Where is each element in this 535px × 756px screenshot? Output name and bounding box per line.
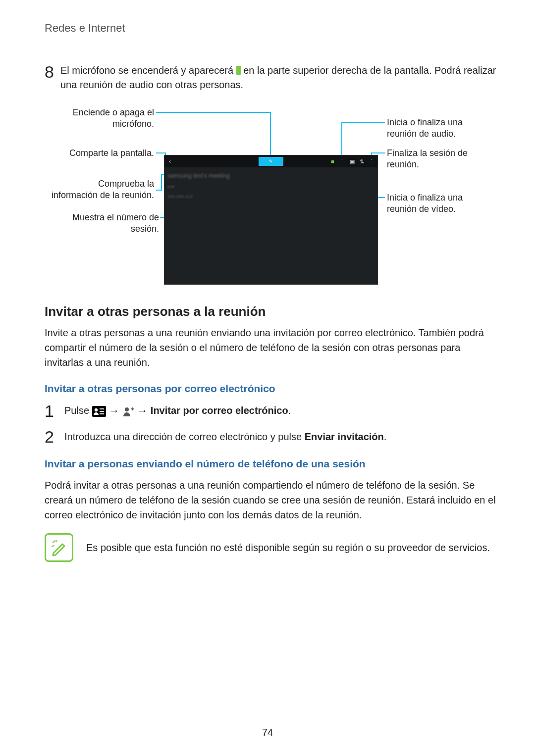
meeting-app-screenshot: ‹ ✎ ■ ⋮ ▣ ⇅ ⋮ samsung test's meeting tes… bbox=[164, 155, 378, 285]
email-step-1: 1 Pulse → → Invitar por correo electróni… bbox=[45, 403, 501, 419]
callout-diagram: Enciende o apaga el micrófono. Comparte … bbox=[50, 103, 496, 286]
meeting-session-blur: 200-295-219 bbox=[167, 194, 193, 199]
page-number: 74 bbox=[0, 727, 535, 738]
participants-icon: ▣ bbox=[350, 158, 355, 165]
page-header: Redes e Internet bbox=[45, 22, 501, 35]
note-row: Es posible que esta función no esté disp… bbox=[45, 533, 501, 562]
screenshot-toolbar: ‹ ✎ ■ ⋮ ▣ ⇅ ⋮ bbox=[164, 155, 377, 167]
callout-audio-toggle: Inicia o finaliza una reunión de audio. bbox=[387, 117, 491, 140]
note-text: Es posible que esta función no esté disp… bbox=[86, 540, 490, 555]
mic-indicator-icon bbox=[236, 66, 241, 75]
exit-icon: ⇅ bbox=[360, 158, 364, 165]
back-icon: ‹ bbox=[164, 158, 175, 165]
callout-meeting-info: Comprueba la información de la reunión. bbox=[50, 178, 154, 202]
step-2-number: 2 bbox=[45, 428, 57, 445]
step-1-text: Pulse → → Invitar por correo electrónico… bbox=[64, 404, 291, 417]
step-1-number: 1 bbox=[45, 403, 57, 419]
callout-video-toggle: Inicia o finaliza una reunión de vídeo. bbox=[387, 192, 491, 215]
mic-led-icon: ■ bbox=[331, 158, 334, 164]
center-action-icon: ✎ bbox=[259, 157, 283, 166]
callout-session-number: Muestra el número de sesión. bbox=[50, 212, 159, 235]
step-1-bold: Invitar por correo electrónico bbox=[151, 405, 288, 416]
arrow-1-icon: → bbox=[108, 404, 119, 417]
phone-invite-para: Podrá invitar a otras personas a una reu… bbox=[45, 478, 501, 522]
svg-rect-2 bbox=[100, 408, 104, 409]
meeting-host-blur: test bbox=[167, 184, 175, 189]
step-2-text: Introduzca una dirección de correo elect… bbox=[64, 431, 386, 443]
section-title: Invitar a otras personas a la reunión bbox=[45, 304, 501, 319]
step-8-text: El micrófono se encenderá y aparecerá en… bbox=[60, 63, 501, 92]
subhead-email-invite: Invitar a otras personas por correo elec… bbox=[45, 383, 501, 395]
section-intro: Invite a otras personas a una reunión en… bbox=[45, 325, 501, 370]
participants-list-icon bbox=[92, 406, 106, 417]
callout-mic-toggle: Enciende o apaga el micrófono. bbox=[50, 107, 154, 130]
add-person-icon bbox=[122, 406, 134, 417]
subhead-phone-invite: Invitar a personas enviando el número de… bbox=[45, 458, 501, 470]
step-8: 8 El micrófono se encenderá y aparecerá … bbox=[45, 63, 501, 92]
email-step-2: 2 Introduzca una dirección de correo ele… bbox=[45, 428, 501, 445]
callout-share-screen: Comparte la pantalla. bbox=[50, 148, 154, 159]
step-8-part-a: El micrófono se encenderá y aparecerá bbox=[60, 65, 236, 76]
meeting-title-blur: samsung test's meeting bbox=[167, 172, 230, 179]
callout-end-session: Finaliza la sesión de reunión. bbox=[387, 148, 491, 171]
overflow-icon: ⋮ bbox=[369, 158, 374, 165]
video-cam-icon: ⋮ bbox=[339, 158, 345, 165]
svg-rect-7 bbox=[132, 407, 133, 410]
note-icon bbox=[45, 533, 73, 562]
arrow-2-icon: → bbox=[137, 404, 148, 417]
svg-rect-3 bbox=[100, 411, 104, 412]
toolbar-right-icons: ■ ⋮ ▣ ⇅ ⋮ bbox=[331, 158, 377, 165]
step-8-number: 8 bbox=[45, 63, 60, 80]
svg-point-1 bbox=[94, 408, 97, 411]
svg-rect-4 bbox=[100, 413, 104, 414]
svg-point-5 bbox=[125, 407, 129, 411]
